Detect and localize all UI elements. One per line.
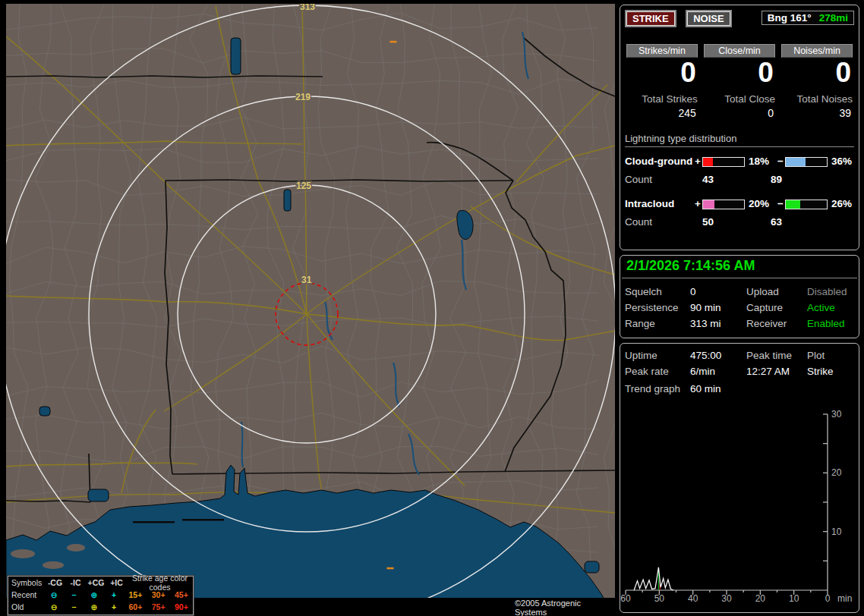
ic-minus-pct: 26% — [828, 198, 859, 209]
legend-symbols-title: Symbols — [11, 578, 45, 587]
total-close-value: 0 — [704, 107, 775, 119]
upload-value: Disabled — [807, 286, 859, 297]
strike-symbol--IC — [390, 41, 397, 43]
noises-per-min-value: 0 — [781, 58, 853, 89]
svg-text:20: 20 — [831, 467, 842, 478]
age-30-label: 30+ — [147, 590, 170, 599]
svg-text:0: 0 — [825, 593, 831, 604]
svg-text:40: 40 — [688, 593, 698, 604]
capture-value: Active — [807, 302, 859, 313]
bearing-label: Bng 161° — [768, 12, 812, 24]
total-strikes-value: 245 — [626, 107, 698, 119]
svg-text:30: 30 — [721, 593, 732, 604]
squelch-label: Squelch — [625, 286, 690, 297]
cg-plus-old-icon: ⊕ — [84, 602, 104, 611]
age-75-label: 75+ — [147, 602, 170, 611]
strikes-per-min-value: 0 — [626, 58, 698, 89]
uptime-label: Uptime — [625, 350, 690, 361]
intracloud-row: Intracloud + 20% − 26% — [620, 196, 859, 212]
ring-label-125: 125 — [296, 181, 311, 191]
ic-plus-pct: 20% — [745, 198, 776, 209]
cloud-ground-count-row: Count 43 89 — [620, 172, 859, 187]
datetime-display: 2/1/2026 7:14:56 AM — [622, 256, 857, 278]
total-noises-label: Total Noises — [781, 93, 853, 105]
ring-label-31: 31 — [301, 275, 312, 285]
cg-minus-bar — [785, 157, 828, 167]
status-panel: 2/1/2026 7:14:56 AM Squelch 0 Upload Dis… — [620, 255, 859, 338]
legend-col-pos-ic: +IC — [106, 578, 127, 587]
legend-old-row: Old ⊖ − ⊕ + 60+ 75+ 90+ — [8, 601, 193, 613]
svg-text:60: 60 — [620, 593, 631, 604]
cg-plus-bar — [702, 157, 745, 167]
receiver-value: Enabled — [807, 318, 859, 329]
peak-time-value: 12:27 AM — [746, 366, 807, 377]
svg-text:20: 20 — [755, 593, 766, 604]
cg-plus-count: 43 — [702, 174, 771, 185]
range-label: Range — [625, 318, 690, 329]
plot-label: Plot — [807, 350, 859, 361]
bearing-readout: Bng 161°278mi — [762, 11, 854, 25]
trend-panel: Uptime 475:00 Peak time Plot Peak rate 6… — [620, 343, 859, 613]
strike-button[interactable]: STRIKE — [626, 11, 675, 26]
age-15-label: 15+ — [124, 590, 147, 599]
range-value: 313 mi — [690, 318, 746, 329]
minus-sign: − — [776, 198, 785, 209]
uptime-value: 475:00 — [690, 350, 746, 361]
strike-counter-panel: STRIKE NOISE Bng 161°278mi Strikes/min 0… — [620, 5, 859, 250]
ic-plus-bar — [702, 200, 745, 209]
close-per-min-chip[interactable]: Close/min — [704, 44, 775, 58]
map-legend: Symbols -CG -IC +CG +IC Strike age color… — [8, 576, 194, 615]
cg-minus-recent-icon: ⊖ — [44, 590, 64, 599]
intracloud-count-row: Count 50 63 — [620, 215, 859, 230]
lightning-map[interactable]: 313 219 125 31 — [6, 4, 615, 598]
trend-graph: 1020306050403020100min — [620, 403, 860, 612]
total-noises-value: 39 — [781, 107, 853, 119]
trend-graph-value: 60 min — [690, 383, 859, 394]
svg-text:50: 50 — [654, 593, 665, 604]
strike-symbol--IC — [387, 567, 394, 570]
cg-minus-pct: 36% — [828, 156, 859, 167]
axis-ticks — [626, 414, 828, 595]
persistence-label: Persistence — [625, 302, 690, 313]
noise-button[interactable]: NOISE — [687, 11, 730, 26]
peak-rate-label: Peak rate — [625, 366, 690, 377]
legend-header-row: Symbols -CG -IC +CG +IC Strike age color… — [8, 577, 193, 589]
legend-col-neg-cg: -CG — [45, 578, 65, 587]
svg-text:min: min — [837, 593, 852, 604]
ic-minus-recent-icon: − — [64, 590, 84, 599]
strike-rate-line — [634, 567, 673, 590]
legend-col-pos-cg: +CG — [86, 578, 106, 587]
cg-plus-recent-icon: ⊕ — [84, 590, 104, 599]
capture-label: Capture — [746, 302, 807, 313]
svg-text:30: 30 — [831, 409, 842, 420]
copyright-text: ©2005 Astrogenic Systems — [515, 599, 615, 616]
ic-plus-old-icon: + — [104, 602, 124, 611]
svg-text:10: 10 — [831, 526, 842, 537]
intracloud-label: Intracloud — [625, 198, 693, 209]
plus-sign: + — [693, 156, 702, 167]
squelch-value: 0 — [690, 286, 746, 297]
cg-plus-pct: 18% — [745, 156, 776, 167]
trend-graph-label: Trend graph — [625, 383, 690, 394]
ic-minus-count: 63 — [771, 216, 839, 228]
cg-minus-count: 89 — [771, 174, 839, 185]
ic-plus-recent-icon: + — [104, 590, 124, 599]
bearing-distance: 278mi — [819, 12, 848, 24]
ic-minus-bar — [785, 200, 828, 209]
plus-sign: + — [693, 198, 702, 209]
count-label: Count — [625, 216, 693, 228]
legend-age-title: Strike age color codes — [127, 574, 193, 592]
ring-label-313: 313 — [300, 4, 315, 12]
strikes-per-min-chip[interactable]: Strikes/min — [626, 44, 698, 58]
svg-text:10: 10 — [789, 593, 799, 604]
legend-old-label: Old — [11, 602, 44, 611]
upload-label: Upload — [746, 286, 807, 297]
age-60-label: 60+ — [124, 602, 147, 611]
ring-label-219: 219 — [295, 92, 311, 102]
noises-per-min-chip[interactable]: Noises/min — [781, 44, 853, 58]
cloud-ground-row: Cloud-ground + 18% − 36% — [620, 154, 859, 169]
cg-minus-old-icon: ⊖ — [44, 602, 64, 611]
ic-minus-old-icon: − — [64, 602, 84, 611]
total-close-label: Total Close — [704, 93, 775, 105]
peak-time-label: Peak time — [746, 350, 807, 361]
